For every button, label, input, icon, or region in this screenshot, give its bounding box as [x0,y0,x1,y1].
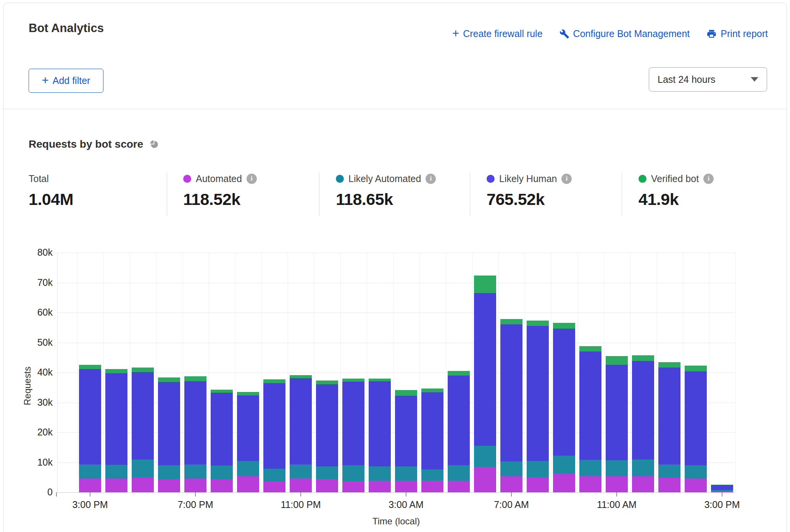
bar-segment-verified-bot [527,321,549,326]
bar-8:00 AM[interactable] [527,321,549,492]
bar-segment-likely-human [395,396,417,466]
bar-5:00 PM[interactable] [132,368,154,492]
info-icon[interactable]: i [703,174,714,184]
info-icon[interactable]: i [247,174,257,184]
x-axis-title: Time (local) [366,516,427,527]
bar-segment-likely-automated [342,465,364,481]
bar-10:00 AM[interactable] [579,346,601,492]
stat-automated-value: 118.52k [183,190,257,209]
chevron-down-icon [751,77,758,82]
bar-segment-likely-automated [685,465,707,479]
bar-11:00 PM[interactable] [290,375,312,492]
bar-segment-likely-automated [290,464,312,478]
bar-7:00 PM[interactable] [184,376,206,492]
bar-segment-automated [132,477,154,492]
time-range-select[interactable]: Last 24 hours [649,67,767,92]
bar-segment-likely-automated [369,466,391,480]
bar-3:00 PM[interactable] [79,365,101,492]
add-filter-button[interactable]: + Add filter [29,69,103,93]
bar-5:00 AM[interactable] [448,371,470,492]
stat-likely-human: Likely Human i 765.52k [487,172,572,209]
bar-segment-likely-automated [527,461,549,477]
bar-segment-likely-human [316,384,338,466]
stat-divider [622,172,622,216]
likely-automated-dot [336,175,344,183]
header-divider [3,109,787,109]
pie-chart-icon [149,139,160,150]
bar-9:00 PM[interactable] [237,392,259,492]
stat-automated: Automated i 118.52k [183,172,257,209]
bar-segment-likely-human [685,371,707,465]
bar-segment-automated [290,478,312,492]
bar-9:00 AM[interactable] [553,323,575,492]
print-report-label: Print report [721,28,768,39]
bar-segment-likely-automated [658,464,680,478]
create-firewall-rule-label: Create firewall rule [463,28,542,39]
bar-6:00 PM[interactable] [158,377,180,492]
bar-segment-verified-bot [316,380,338,384]
bar-segment-automated [237,476,259,492]
info-icon[interactable]: i [426,174,436,184]
bar-segment-automated [658,478,680,492]
page-title: Bot Analytics [29,21,104,35]
bar-4:00 PM[interactable] [105,369,127,492]
bar-3:00 PM[interactable] [711,485,733,492]
stat-verified-bot-label: Verified bot [651,173,699,184]
bar-7:00 AM[interactable] [500,319,522,492]
bar-segment-automated [395,480,417,492]
bar-segment-likely-automated [184,464,206,479]
bar-3:00 AM[interactable] [395,390,417,492]
bar-segment-verified-bot [211,390,233,393]
bar-segment-automated [500,476,522,492]
bar-segment-likely-human [237,395,259,461]
stat-likely-automated: Likely Automated i 118.65k [336,172,436,209]
bar-segment-verified-bot [342,379,364,381]
stat-verified-bot-value: 41.9k [638,190,714,209]
bar-12:00 AM[interactable] [316,380,338,492]
bar-segment-verified-bot [237,392,259,395]
stat-automated-label: Automated [196,173,242,184]
bar-1:00 PM[interactable] [658,362,680,492]
automated-dot [183,175,191,183]
bar-segment-verified-bot [263,379,285,383]
bar-11:00 AM[interactable] [606,356,628,492]
configure-bot-management-link[interactable]: Configure Bot Management [559,28,690,39]
bar-segment-verified-bot [184,376,206,381]
bar-10:00 PM[interactable] [263,379,285,492]
bar-segment-likely-human [105,373,127,464]
bar-segment-likely-human [632,361,654,459]
create-firewall-rule-link[interactable]: + Create firewall rule [452,28,543,39]
bar-segment-verified-bot [500,319,522,324]
bar-segment-likely-automated [421,469,443,480]
bar-6:00 AM[interactable] [474,276,496,492]
bar-segment-verified-bot [395,390,417,396]
bar-segment-automated [316,479,338,492]
wrench-icon [559,29,569,39]
bar-segment-likely-automated [579,460,601,476]
bar-segment-automated [211,479,233,492]
bar-4:00 AM[interactable] [421,389,443,492]
bar-12:00 PM[interactable] [632,355,654,492]
bar-segment-automated [369,480,391,492]
print-report-link[interactable]: Print report [706,28,768,39]
plus-icon: + [42,76,49,85]
bar-segment-likely-human [369,381,391,466]
bar-segment-likely-human [290,378,312,464]
bar-segment-likely-automated [211,466,233,479]
bar-2:00 PM[interactable] [685,366,707,492]
add-filter-label: Add filter [53,75,90,86]
bar-segment-verified-bot [632,355,654,361]
bar-8:00 PM[interactable] [211,390,233,492]
bar-segment-likely-automated [448,465,470,480]
bar-2:00 AM[interactable] [369,379,391,492]
bar-segment-verified-bot [158,377,180,382]
bar-segment-likely-automated [474,446,496,467]
bar-1:00 AM[interactable] [342,379,364,492]
bar-segment-automated [606,476,628,492]
plus-icon: + [452,29,459,38]
bar-segment-verified-bot [448,371,470,376]
info-icon[interactable]: i [561,174,572,184]
bar-segment-likely-automated [500,461,522,476]
bar-segment-verified-bot [474,276,496,293]
bar-segment-automated [632,476,654,492]
